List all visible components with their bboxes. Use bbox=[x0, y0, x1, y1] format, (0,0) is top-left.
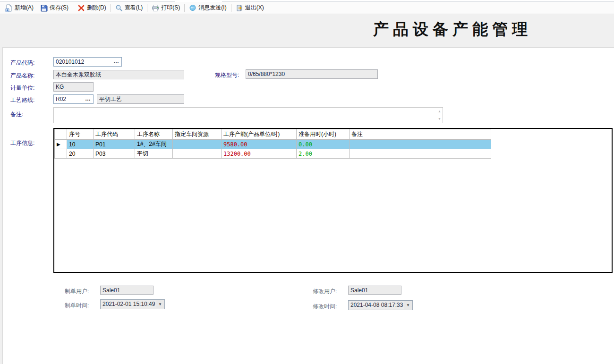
spinner-down-icon[interactable]: ▼ bbox=[437, 116, 442, 122]
row-selector[interactable] bbox=[55, 149, 67, 159]
page-title: 产品设备产能管理 bbox=[373, 19, 532, 40]
delete-button[interactable]: 删除(D) bbox=[74, 3, 110, 13]
process-route-code-field[interactable]: R02 … bbox=[53, 94, 94, 104]
toolbar-separator bbox=[184, 4, 185, 12]
new-document-icon bbox=[5, 4, 13, 12]
product-name-field[interactable]: 本白全木浆双胶纸 bbox=[53, 70, 184, 79]
new-button[interactable]: 新增(A) bbox=[2, 3, 37, 13]
modify-time-combo[interactable]: 2021-04-08 08:17:33 ▼ bbox=[348, 300, 413, 310]
grid-selector-header bbox=[55, 129, 67, 140]
print-button-label: 打印(S) bbox=[161, 4, 180, 12]
cell-code[interactable]: P03 bbox=[94, 149, 135, 159]
spinner-up-icon[interactable]: ▲ bbox=[437, 108, 442, 115]
print-button[interactable]: 打印(S) bbox=[148, 3, 183, 13]
process-route-label: 工艺路线: bbox=[10, 96, 34, 104]
process-grid: 序号 工序代码 工序名称 指定车间资源 工序产能(产品单位/时) 准备用时(小时… bbox=[54, 129, 491, 159]
cell-remark[interactable] bbox=[350, 140, 491, 149]
toolbar: 新增(A) 保存(S) 删除(D) 查看(L) 打印(S) bbox=[0, 2, 614, 14]
view-icon bbox=[115, 4, 123, 12]
toolbar-separator bbox=[73, 4, 73, 12]
table-row[interactable]: ▶ 10 P01 1#、2#车间 9580.00 0.00 bbox=[55, 140, 491, 149]
cell-seq[interactable]: 20 bbox=[67, 149, 94, 159]
product-code-label: 产品代码: bbox=[10, 59, 34, 67]
cell-name[interactable]: 平切 bbox=[135, 149, 173, 159]
cell-seq[interactable]: 10 bbox=[67, 140, 94, 149]
new-button-label: 新增(A) bbox=[15, 4, 34, 12]
toolbar-separator bbox=[147, 4, 147, 12]
delete-icon bbox=[77, 4, 85, 12]
toolbar-separator bbox=[231, 4, 231, 12]
chevron-down-icon[interactable]: ▼ bbox=[156, 300, 164, 308]
remark-field[interactable]: ▲ ▼ bbox=[53, 107, 443, 123]
unit-value: KG bbox=[56, 84, 64, 90]
product-code-field[interactable]: 020101012 … bbox=[53, 57, 122, 67]
modifier-value: Sale01 bbox=[350, 287, 368, 294]
unit-field[interactable]: KG bbox=[53, 82, 94, 92]
cell-capacity[interactable]: 9580.00 bbox=[222, 140, 297, 149]
create-time-label: 制单时间: bbox=[65, 302, 89, 310]
tab-strip-edge bbox=[0, 0, 614, 1]
process-route-browse-button[interactable]: … bbox=[85, 95, 91, 102]
product-name-label: 产品名称: bbox=[10, 72, 34, 80]
exit-icon bbox=[236, 4, 243, 12]
row-marker-icon: ▶ bbox=[55, 140, 67, 149]
grid-header-row: 序号 工序代码 工序名称 指定车间资源 工序产能(产品单位/时) 准备用时(小时… bbox=[55, 129, 491, 140]
print-icon bbox=[152, 4, 159, 12]
view-button[interactable]: 查看(L) bbox=[112, 3, 146, 13]
remark-label: 备注: bbox=[10, 110, 23, 119]
cell-workshop[interactable] bbox=[173, 140, 222, 149]
product-code-value: 020101012 bbox=[56, 59, 84, 65]
cell-remark[interactable] bbox=[350, 149, 491, 159]
grid-col-code: 工序代码 bbox=[94, 129, 135, 140]
message-send-button[interactable]: 消息发送(I) bbox=[186, 3, 230, 13]
toolbar-separator bbox=[111, 4, 111, 12]
chevron-down-icon[interactable]: ▼ bbox=[404, 301, 412, 309]
grid-col-seq: 序号 bbox=[67, 129, 94, 140]
creator-value: Sale01 bbox=[102, 287, 120, 294]
cell-name[interactable]: 1#、2#车间 bbox=[135, 140, 173, 149]
grid-col-capacity: 工序产能(产品单位/时) bbox=[222, 129, 297, 140]
process-route-name-value: 平切工艺 bbox=[99, 96, 122, 102]
cell-prep[interactable]: 0.00 bbox=[297, 140, 350, 149]
process-info-label: 工序信息: bbox=[10, 139, 34, 147]
table-row[interactable]: 20 P03 平切 13200.00 2.00 bbox=[55, 149, 491, 159]
spec-model-label: 规格型号: bbox=[215, 71, 239, 79]
process-route-name-field[interactable]: 平切工艺 bbox=[97, 94, 184, 104]
creator-label: 制单用户: bbox=[65, 288, 89, 296]
save-icon bbox=[40, 4, 48, 12]
spec-model-field[interactable]: 0/65/880*1230 bbox=[246, 69, 378, 79]
grid-col-workshop: 指定车间资源 bbox=[173, 129, 222, 140]
product-name-value: 本白全木浆双胶纸 bbox=[56, 71, 101, 78]
unit-label: 计量单位: bbox=[10, 84, 34, 92]
spec-model-value: 0/65/880*1230 bbox=[248, 71, 285, 77]
exit-button[interactable]: 退出(X) bbox=[232, 3, 267, 13]
cell-code[interactable]: P01 bbox=[94, 140, 135, 149]
creator-field[interactable]: Sale01 bbox=[100, 286, 154, 295]
modifier-field[interactable]: Sale01 bbox=[348, 286, 401, 295]
message-icon bbox=[189, 4, 196, 12]
message-send-button-label: 消息发送(I) bbox=[198, 4, 226, 12]
grid-col-remark: 备注 bbox=[350, 129, 491, 140]
save-button[interactable]: 保存(S) bbox=[37, 3, 72, 13]
create-time-combo[interactable]: 2021-02-01 15:10:49 ▼ bbox=[100, 299, 165, 309]
view-button-label: 查看(L) bbox=[125, 4, 143, 12]
delete-button-label: 删除(D) bbox=[87, 4, 106, 12]
exit-button-label: 退出(X) bbox=[245, 4, 264, 12]
cell-capacity[interactable]: 13200.00 bbox=[222, 149, 297, 159]
cell-prep[interactable]: 2.00 bbox=[297, 149, 350, 159]
product-code-browse-button[interactable]: … bbox=[113, 58, 119, 65]
cell-workshop[interactable] bbox=[173, 149, 222, 159]
process-route-code-value: R02 bbox=[56, 96, 66, 102]
modifier-label: 修改用户: bbox=[313, 288, 337, 296]
create-time-value: 2021-02-01 15:10:49 bbox=[102, 301, 155, 307]
grid-col-name: 工序名称 bbox=[135, 129, 173, 140]
save-button-label: 保存(S) bbox=[50, 4, 68, 12]
process-grid-container: 序号 工序代码 工序名称 指定车间资源 工序产能(产品单位/时) 准备用时(小时… bbox=[53, 128, 613, 273]
modify-time-label: 修改时间: bbox=[313, 303, 337, 311]
app-window: 新增(A) 保存(S) 删除(D) 查看(L) 打印(S) bbox=[0, 0, 614, 364]
modify-time-value: 2021-04-08 08:17:33 bbox=[350, 302, 403, 308]
grid-col-prep: 准备用时(小时) bbox=[297, 129, 350, 140]
